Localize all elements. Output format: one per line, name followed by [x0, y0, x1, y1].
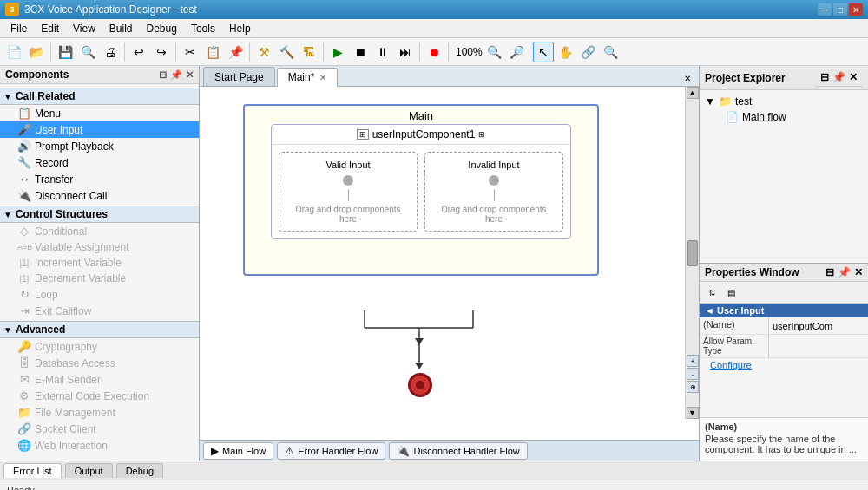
component-external-code[interactable]: ⚙ External Code Execution: [0, 388, 199, 404]
section-call-related[interactable]: ▼ Call Related: [0, 88, 199, 105]
section-arrow: ▼: [3, 92, 12, 101]
pe-close-button[interactable]: ✕: [849, 71, 858, 83]
undo-button[interactable]: ↩: [128, 42, 149, 62]
invalid-input-branch[interactable]: Invalid Input Drag and drop components h…: [424, 152, 563, 232]
component-disconnect-call[interactable]: 🔌 Disconnect Call: [0, 187, 199, 204]
props-sort-button[interactable]: ⇅: [703, 284, 720, 301]
valid-drag-text: Drag and drop components here: [286, 205, 410, 224]
scroll-thumb[interactable]: [687, 240, 698, 266]
component-socket[interactable]: 🔗 Socket Client: [0, 421, 199, 437]
pause-button[interactable]: ⏸: [372, 42, 393, 62]
props-val-name[interactable]: userInputCom: [769, 317, 868, 334]
tab-error-list[interactable]: Error List: [3, 463, 62, 478]
component-record[interactable]: 🔧 Record: [0, 154, 199, 171]
ext-code-icon: ⚙: [17, 389, 31, 402]
pe-dock-button[interactable]: ⊟: [820, 71, 829, 83]
redo-button[interactable]: ↪: [151, 42, 172, 62]
props-pin-button[interactable]: 📌: [838, 266, 851, 278]
search2-button[interactable]: 🔍: [601, 42, 621, 62]
props-dock-button[interactable]: ⊟: [825, 266, 834, 278]
user-input-component-box[interactable]: ⊞ userInputComponent1 ⊞ Valid Input: [271, 124, 571, 239]
component-email[interactable]: ✉ E-Mail Sender: [0, 371, 199, 388]
stop-button[interactable]: ⏹: [350, 42, 371, 62]
tab-start-page[interactable]: Start Page: [203, 67, 275, 86]
canvas-btn-1[interactable]: +: [687, 355, 699, 367]
components-dock-button[interactable]: ⊟: [159, 69, 167, 81]
project-root[interactable]: ▼ 📁 test: [701, 94, 866, 109]
search-button[interactable]: 🔍: [77, 42, 98, 62]
cut-button[interactable]: ✂: [180, 42, 201, 62]
project-name: test: [735, 95, 752, 108]
component-file-mgmt[interactable]: 📁 File Management: [0, 404, 199, 421]
zoom-out-button[interactable]: 🔍: [484, 42, 505, 62]
component-prompt-playback[interactable]: 🔊 Prompt Playback: [0, 138, 199, 154]
canvas-btn-3[interactable]: ⊕: [687, 381, 699, 393]
props-group-button[interactable]: ▤: [722, 284, 740, 301]
save-button[interactable]: 💾: [55, 42, 76, 62]
canvas-close-button[interactable]: ✕: [680, 70, 695, 86]
canvas-area[interactable]: Main ⊞ userInputComponent1 ⊞: [200, 87, 699, 440]
component-exit-callflow[interactable]: ⇥ Exit Callflow: [0, 303, 199, 319]
components-close-button[interactable]: ✕: [186, 69, 194, 81]
close-button[interactable]: ✕: [849, 3, 863, 16]
tab-close-button[interactable]: ✕: [319, 73, 326, 82]
canvas-btn-2[interactable]: -: [687, 368, 699, 380]
new-button[interactable]: 📄: [3, 42, 24, 62]
menu-help[interactable]: Help: [222, 21, 258, 36]
menu-file[interactable]: File: [3, 21, 34, 36]
component-web[interactable]: 🌐 Web Interaction: [0, 437, 199, 454]
section-advanced[interactable]: ▼ Advanced: [0, 321, 199, 338]
menu-tools[interactable]: Tools: [184, 21, 222, 36]
main-flow-file[interactable]: 📄 Main.flow: [701, 109, 866, 125]
component-increment[interactable]: |1| Increment Variable: [0, 255, 199, 271]
paste-button[interactable]: 📌: [225, 42, 246, 62]
tab-debug[interactable]: Debug: [116, 463, 163, 478]
props-val-allow[interactable]: [769, 335, 868, 357]
component-conditional[interactable]: ◇ Conditional: [0, 223, 199, 239]
open-button[interactable]: 📂: [26, 42, 47, 62]
step-button[interactable]: ⏭: [395, 42, 416, 62]
props-close-button[interactable]: ✕: [854, 266, 863, 278]
clean-button[interactable]: 🏗: [299, 42, 319, 62]
connect-button[interactable]: 🔗: [578, 42, 599, 62]
build-button[interactable]: ⚒: [253, 42, 274, 62]
valid-input-branch[interactable]: Valid Input Drag and drop components her…: [279, 152, 418, 232]
component-user-input[interactable]: 🎤 User Input: [0, 121, 199, 138]
invalid-drag-text: Drag and drop components here: [432, 205, 556, 224]
canvas-scroll[interactable]: Main ⊞ userInputComponent1 ⊞: [200, 87, 699, 440]
hand-button[interactable]: ✋: [556, 42, 576, 62]
menu-build[interactable]: Build: [102, 21, 140, 36]
menu-edit[interactable]: Edit: [34, 21, 66, 36]
end-node: [408, 373, 432, 397]
tab-main[interactable]: Main* ✕: [277, 68, 339, 87]
run-button[interactable]: ▶: [327, 42, 348, 62]
component-transfer[interactable]: ↔ Transfer: [0, 171, 199, 187]
component-decrement[interactable]: |1| Decrement Variable: [0, 271, 199, 286]
svg-marker-8: [415, 338, 424, 345]
component-database[interactable]: 🗄 Database Access: [0, 355, 199, 371]
rebuild-button[interactable]: 🔨: [276, 42, 297, 62]
disconnect-flow-tab[interactable]: 🔌 Disconnect Handler Flow: [389, 442, 527, 460]
maximize-button[interactable]: □: [833, 3, 847, 16]
print-button[interactable]: 🖨: [100, 42, 121, 62]
copy-button[interactable]: 📋: [202, 42, 223, 62]
main-flow-tab[interactable]: ▶ Main Flow: [203, 442, 273, 460]
configure-link[interactable]: Configure: [705, 358, 757, 372]
minimize-button[interactable]: ─: [818, 3, 832, 16]
component-variable-assignment[interactable]: A=B Variable Assignment: [0, 239, 199, 255]
select-button[interactable]: ↖: [533, 42, 554, 62]
component-loop[interactable]: ↻ Loop: [0, 286, 199, 303]
component-menu[interactable]: 📋 Menu: [0, 105, 199, 121]
scroll-up-button[interactable]: ▲: [687, 87, 699, 99]
menu-debug[interactable]: Debug: [140, 21, 184, 36]
components-pin-button[interactable]: 📌: [170, 69, 182, 81]
scroll-down-button[interactable]: ▼: [687, 407, 699, 419]
error-flow-tab[interactable]: ⚠ Error Handler Flow: [277, 442, 385, 460]
section-control-structures[interactable]: ▼ Control Structures: [0, 206, 199, 223]
component-cryptography[interactable]: 🔑 Cryptography: [0, 338, 199, 355]
pe-pin-button[interactable]: 📌: [832, 71, 845, 83]
tab-output[interactable]: Output: [65, 463, 113, 478]
record-button[interactable]: ⏺: [424, 42, 444, 62]
zoom-in-button[interactable]: 🔎: [507, 42, 528, 62]
menu-view[interactable]: View: [66, 21, 102, 36]
